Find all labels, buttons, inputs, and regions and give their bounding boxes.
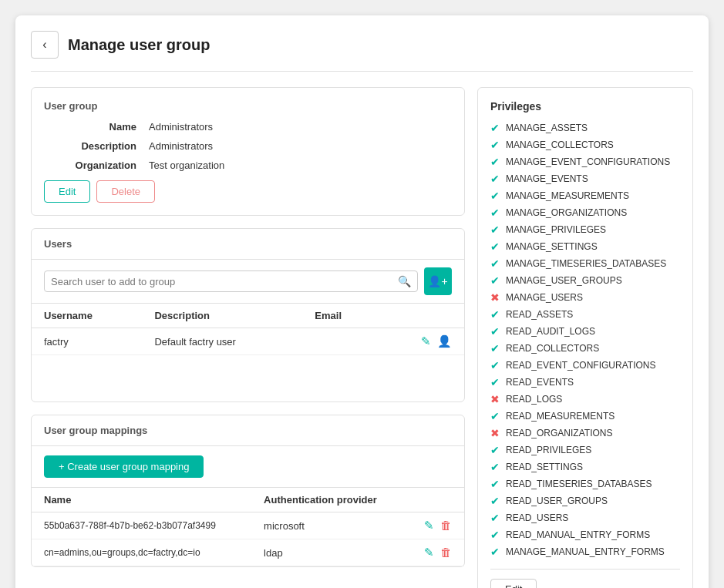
users-table: Username Description Email factry Defaul…	[32, 304, 464, 355]
description-label: Description	[44, 140, 136, 152]
privilege-item: ✔ MANAGE_MANUAL_ENTRY_FORMS	[490, 546, 680, 558]
check-icon: ✔	[490, 478, 500, 490]
privilege-name: READ_EVENT_CONFIGURATIONS	[506, 360, 655, 371]
privilege-item: ✖ MANAGE_USERS	[490, 291, 680, 304]
check-icon: ✔	[490, 546, 500, 558]
users-legend: Users	[32, 229, 464, 260]
users-empty-area	[32, 355, 464, 402]
privilege-name: READ_PRIVILEGES	[506, 445, 591, 455]
edit-mapping-icon[interactable]: ✎	[424, 546, 434, 559]
privilege-name: MANAGE_EVENT_CONFIGURATIONS	[506, 156, 670, 167]
table-row: cn=admins,ou=groups,dc=factry,dc=io ldap…	[32, 539, 464, 566]
check-icon: ✔	[490, 444, 500, 456]
col-actions	[380, 304, 464, 328]
check-icon: ✔	[490, 308, 500, 321]
manage-user-group-card: ‹ Manage user group User group Name Admi…	[15, 15, 709, 588]
x-icon: ✖	[490, 393, 500, 405]
privilege-item: ✔ READ_TIMESERIES_DATABASES	[490, 478, 680, 490]
check-icon: ✔	[490, 359, 500, 371]
check-icon: ✔	[490, 240, 500, 253]
create-mapping-button[interactable]: + Create user group mapping	[44, 455, 204, 478]
privilege-name: READ_SETTINGS	[506, 462, 583, 472]
privilege-item: ✖ READ_ORGANIZATIONS	[490, 427, 680, 439]
mappings-table-body: 55b0a637-788f-4b7b-be62-b3b077af3499 mic…	[32, 512, 464, 566]
mappings-section: User group mappings + Create user group …	[31, 415, 465, 567]
privilege-item: ✔ MANAGE_ORGANIZATIONS	[490, 207, 680, 219]
users-table-body: factry Default factry user ✎ 👤	[32, 328, 464, 355]
privilege-name: READ_LOGS	[506, 394, 562, 405]
privileges-content: Privileges ✔ MANAGE_ASSETS ✔ MANAGE_COLL…	[477, 87, 693, 588]
mapping-name: cn=admins,ou=groups,dc=factry,dc=io	[32, 539, 251, 566]
privilege-item: ✔ MANAGE_MEASUREMENTS	[490, 190, 680, 202]
privilege-name: READ_EVENTS	[506, 377, 574, 388]
back-button[interactable]: ‹	[31, 31, 59, 59]
privilege-item: ✔ READ_ASSETS	[490, 308, 680, 321]
privilege-item: ✔ READ_USER_GROUPS	[490, 495, 680, 507]
search-row: 🔍 👤+	[32, 260, 464, 304]
check-icon: ✔	[490, 495, 500, 507]
check-icon: ✔	[490, 173, 500, 185]
privilege-name: MANAGE_ASSETS	[506, 123, 588, 133]
check-icon: ✔	[490, 156, 500, 168]
delete-user-group-button[interactable]: Delete	[96, 180, 155, 203]
user-group-actions: Edit Delete	[44, 180, 452, 203]
privilege-name: READ_USERS	[506, 512, 568, 523]
privilege-item: ✔ MANAGE_PRIVILEGES	[490, 223, 680, 236]
privileges-panel: Privileges ✔ MANAGE_ASSETS ✔ MANAGE_COLL…	[477, 87, 693, 588]
privilege-name: MANAGE_USER_GROUPS	[506, 275, 622, 286]
privilege-item: ✔ MANAGE_USER_GROUPS	[490, 274, 680, 287]
edit-user-group-button[interactable]: Edit	[44, 180, 90, 203]
mapping-actions: ✎ 🗑	[406, 512, 464, 539]
delete-mapping-icon[interactable]: 🗑	[440, 519, 452, 533]
organization-value: Test organization	[149, 160, 224, 171]
add-user-button[interactable]: 👤+	[424, 267, 452, 295]
remove-user-icon[interactable]: 👤	[437, 334, 452, 348]
left-panel: User group Name Administrators Descripti…	[31, 87, 465, 588]
privilege-name: READ_AUDIT_LOGS	[506, 326, 595, 337]
user-email	[302, 328, 380, 355]
check-icon: ✔	[490, 122, 500, 134]
mapping-name: 55b0a637-788f-4b7b-be62-b3b077af3499	[32, 512, 251, 539]
main-content: User group Name Administrators Descripti…	[31, 87, 693, 588]
x-icon: ✖	[490, 291, 500, 304]
privilege-item: ✔ READ_SETTINGS	[490, 461, 680, 473]
privilege-item: ✔ READ_AUDIT_LOGS	[490, 325, 680, 338]
name-field-row: Name Administrators	[44, 121, 452, 133]
privilege-name: MANAGE_EVENTS	[506, 173, 588, 184]
delete-mapping-icon[interactable]: 🗑	[440, 546, 452, 559]
mappings-table-header: Name Authentication provider	[32, 488, 464, 512]
col-auth-provider: Authentication provider	[251, 488, 406, 512]
edit-mapping-icon[interactable]: ✎	[424, 519, 434, 533]
privilege-name: READ_ASSETS	[506, 309, 573, 320]
edit-user-icon[interactable]: ✎	[421, 334, 431, 348]
x-icon: ✖	[490, 427, 500, 439]
check-icon: ✔	[490, 207, 500, 219]
organization-label: Organization	[44, 160, 136, 171]
mappings-legend: User group mappings	[32, 415, 464, 446]
mappings-btn-row: + Create user group mapping	[32, 446, 464, 488]
privilege-item: ✔ READ_COLLECTORS	[490, 342, 680, 354]
user-username: factry	[32, 328, 142, 355]
table-row: factry Default factry user ✎ 👤	[32, 328, 464, 355]
check-icon: ✔	[490, 461, 500, 473]
name-value: Administrators	[149, 121, 213, 133]
search-input[interactable]	[51, 276, 398, 287]
col-mapping-actions	[406, 488, 464, 512]
page-header: ‹ Manage user group	[31, 31, 693, 72]
mapping-auth-provider: microsoft	[251, 512, 406, 539]
name-label: Name	[44, 121, 136, 133]
col-mapping-name: Name	[32, 488, 251, 512]
col-description: Description	[142, 304, 302, 328]
privilege-name: READ_COLLECTORS	[506, 343, 599, 354]
privilege-item: ✔ MANAGE_EVENT_CONFIGURATIONS	[490, 156, 680, 168]
privilege-item: ✖ READ_LOGS	[490, 393, 680, 405]
user-group-legend: User group	[44, 100, 452, 112]
description-value: Administrators	[149, 140, 213, 152]
search-input-wrapper: 🔍	[44, 270, 418, 292]
col-username: Username	[32, 304, 142, 328]
privilege-item: ✔ READ_MEASUREMENTS	[490, 410, 680, 422]
edit-privileges-button[interactable]: Edit	[490, 579, 537, 588]
user-actions: ✎ 👤	[380, 328, 464, 355]
check-icon: ✔	[490, 325, 500, 338]
privilege-item: ✔ READ_EVENT_CONFIGURATIONS	[490, 359, 680, 371]
